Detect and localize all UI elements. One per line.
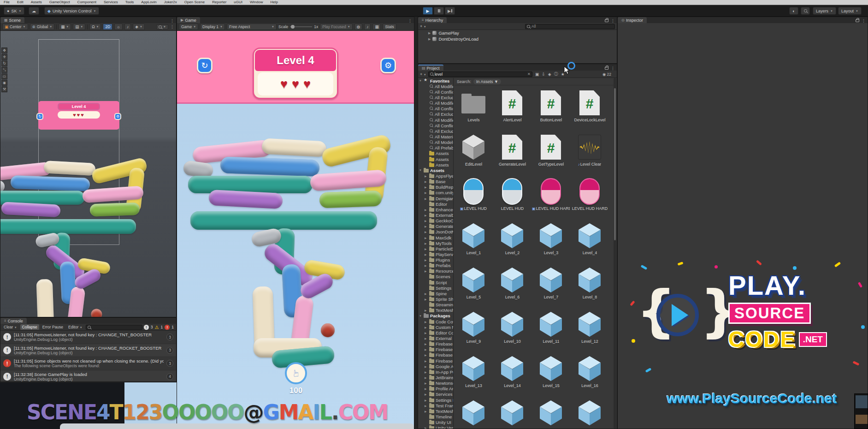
search-by-type-icon[interactable]: ▣ [535, 72, 539, 77]
tree-item[interactable]: ▶ PlayService [418, 251, 453, 257]
asset-item[interactable]: # GetTypeLevel [531, 133, 570, 178]
tree-item[interactable]: All Modified [418, 83, 453, 89]
tree-item[interactable]: ▶ Demigiant [418, 196, 453, 201]
tree-item[interactable]: ▶ MyTools [418, 240, 453, 246]
tree-item[interactable]: ▶ EnhancedS [418, 207, 453, 212]
game-menu-icon[interactable]: ⋮ [408, 18, 412, 23]
tab-inspector[interactable]: ◎ Inspector [618, 17, 647, 23]
tree-item[interactable]: All Conflicts [418, 89, 453, 95]
game-viewport[interactable]: ↻ ⚙ Level 4 ♥♥♥ ☞ 100 [177, 31, 414, 429]
pause-button[interactable] [434, 7, 444, 15]
add-asset-button[interactable]: + ▼ [420, 72, 426, 77]
expand-arrow-icon[interactable]: ▶ [425, 393, 428, 396]
puzzle-ball[interactable] [321, 323, 335, 337]
menu-item[interactable]: Reporter [212, 0, 226, 5]
tree-item[interactable]: ▶ Sprite Shad [418, 296, 453, 302]
expand-arrow-icon[interactable]: ▶ [425, 292, 428, 295]
tree-item[interactable]: ▶ Firebase Re [418, 358, 453, 363]
expand-arrow-icon[interactable]: ▶ [425, 230, 428, 233]
pivot-dropdown[interactable]: ▣Center▼ [2, 24, 28, 30]
tap-booster-button[interactable]: ☞ [285, 362, 307, 384]
tree-item[interactable]: All Models [418, 140, 453, 145]
restart-button[interactable]: ↻ [197, 58, 213, 73]
puzzle-tube[interactable] [1, 202, 60, 217]
layers-dropdown[interactable]: Layers▼ [813, 7, 836, 15]
stats-button[interactable]: Stats [383, 24, 396, 30]
expand-arrow-icon[interactable]: ▶ [428, 37, 431, 41]
tree-item[interactable]: ▶ In-App Purc [418, 369, 453, 375]
asset-item[interactable]: # Level_3 [531, 222, 570, 266]
expand-arrow-icon[interactable]: ▶ [425, 214, 428, 217]
play-button[interactable]: ▶ [423, 7, 433, 15]
tree-item[interactable]: ▶ Resources [418, 268, 453, 274]
tree-item[interactable]: ▼ Favorites [418, 78, 453, 83]
asset-item[interactable]: # Level_9 [454, 310, 493, 355]
puzzle-tube[interactable] [319, 191, 382, 209]
tree-item[interactable]: ▶ com.unity.u [418, 190, 453, 196]
asset-item[interactable]: # Level_12 [570, 310, 609, 355]
move-tool-icon[interactable]: ✛ [1, 54, 7, 60]
expand-arrow-icon[interactable]: ▶ [425, 399, 428, 402]
puzzle-tube[interactable] [220, 156, 319, 176]
project-menu-icon[interactable]: ⋮ [611, 66, 615, 71]
tree-item[interactable]: ▶ GeckkoOS [418, 218, 453, 224]
menu-item[interactable]: AppLovin [141, 0, 156, 5]
tree-item[interactable]: ▶ Firebase Cr [418, 352, 453, 358]
grid-snap-button[interactable]: ▦▼ [59, 24, 71, 30]
expand-arrow-icon[interactable]: ▶ [425, 359, 428, 363]
puzzle-tube[interactable] [261, 138, 327, 157]
asset-item[interactable]: # [570, 399, 609, 429]
expand-arrow-icon[interactable]: ▶ [425, 337, 428, 340]
clear-button[interactable]: Clear ▼ [2, 324, 19, 330]
tree-item[interactable]: ▶ Spine [418, 291, 453, 296]
mute-audio-icon[interactable]: ♪ [364, 24, 371, 30]
search-help-icon[interactable]: ⓘ [554, 71, 558, 77]
tree-item[interactable]: Settings [418, 285, 453, 291]
2d-toggle[interactable]: 2D [103, 24, 112, 30]
tab-scene[interactable]: ▦ Scene [0, 17, 24, 23]
tree-item[interactable]: ▶ TextMeshPr [418, 408, 453, 414]
tree-item[interactable]: All Prefabs [418, 145, 453, 151]
cloud-button[interactable]: ☁ [29, 7, 39, 15]
search-scope-dropdown[interactable]: In Assets ▼ [473, 79, 501, 84]
project-search-input[interactable] [435, 72, 518, 77]
frame-debugger-icon[interactable]: ◍ [354, 24, 362, 30]
tree-item[interactable]: All Excluded [418, 112, 453, 117]
expand-arrow-icon[interactable]: ▶ [425, 242, 428, 245]
tree-item[interactable]: Assets [418, 156, 453, 162]
expand-arrow-icon[interactable]: ▶ [428, 31, 431, 35]
expand-arrow-icon[interactable]: ▶ [425, 225, 428, 228]
asset-item[interactable]: # [454, 399, 493, 429]
expand-arrow-icon[interactable]: ▶ [425, 376, 428, 379]
tree-item[interactable]: Unity UI [418, 420, 453, 425]
asset-item[interactable]: # Level_15 [531, 355, 570, 399]
console-entry[interactable]: ! [11:32:38] Scene GamePlay is loaded Un… [0, 370, 176, 382]
asset-item[interactable]: # EditLevel [454, 133, 493, 178]
asset-item[interactable]: # LEVEL HUD HARD [570, 178, 609, 222]
console-entry[interactable]: ! [11:31:05] Some objects were not clean… [0, 357, 176, 370]
expand-arrow-icon[interactable]: ▶ [425, 174, 428, 178]
game-display-target-dropdown[interactable]: Game▼ [179, 24, 198, 30]
asset-item[interactable]: # ▣LEVEL HUD [454, 178, 493, 222]
expand-arrow-icon[interactable]: ▶ [425, 370, 428, 374]
tree-item[interactable]: ▶ Test Frame [418, 403, 453, 408]
menu-item[interactable]: Edit [17, 0, 24, 5]
search-toolbar-button[interactable] [801, 7, 810, 15]
tree-item[interactable]: ▶ Newtonsoft [418, 381, 453, 386]
asset-item[interactable]: # Level_10 [493, 310, 531, 355]
asset-item[interactable]: # GenerateLevel [493, 133, 531, 178]
tree-item[interactable]: ▶ Services Co [418, 392, 453, 397]
asset-item[interactable]: # Level_7 [531, 266, 570, 310]
expand-arrow-icon[interactable]: ▶ [425, 253, 428, 256]
clear-search-icon[interactable]: ✕ [527, 72, 531, 76]
custom-tool-icon[interactable]: ⚒ [1, 86, 7, 92]
scene-search-button[interactable]: ▼ [156, 24, 168, 30]
expand-arrow-icon[interactable]: ▶ [425, 381, 428, 385]
project-scrollbar[interactable] [614, 78, 616, 429]
tree-item[interactable]: Timeline [418, 414, 453, 419]
expand-arrow-icon[interactable]: ▶ [425, 247, 428, 250]
lock-icon[interactable] [605, 19, 608, 22]
tree-item[interactable]: All Excluded [418, 95, 453, 100]
audio-toggle[interactable]: ♪ [124, 24, 131, 30]
expand-arrow-icon[interactable]: ▶ [425, 387, 428, 390]
